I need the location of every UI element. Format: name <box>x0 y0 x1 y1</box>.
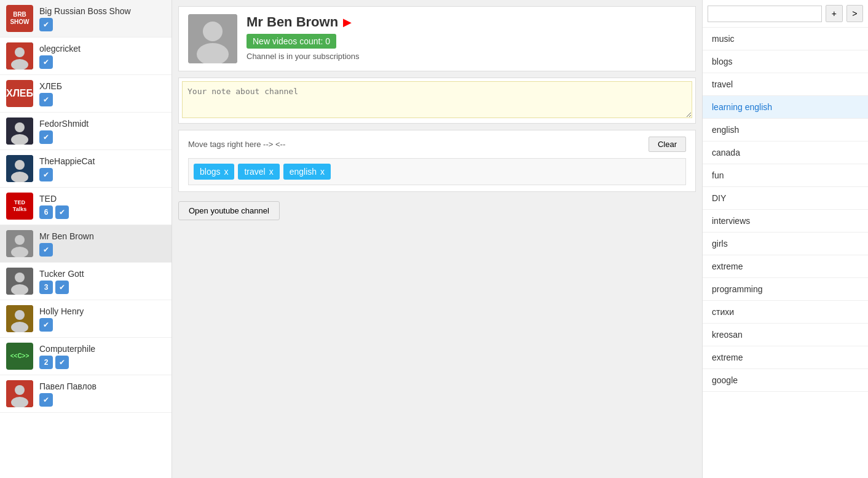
svg-point-22 <box>203 22 223 41</box>
svg-point-4 <box>15 122 25 132</box>
open-channel-button[interactable]: Open youtube channel <box>178 201 280 220</box>
badge-check-ted[interactable]: ✔ <box>55 205 69 219</box>
tag-remove-blogs[interactable]: x <box>224 167 228 176</box>
sidebar-item-oleg[interactable]: olegcricket✔ <box>0 38 172 75</box>
right-tag-girls[interactable]: girls <box>703 233 868 255</box>
channel-badges-brb: ✔ <box>39 18 165 31</box>
channel-name-ted: TED <box>39 194 165 204</box>
tag-pill-english: englishx <box>283 164 331 180</box>
svg-point-13 <box>15 273 25 282</box>
right-tag-learning-english[interactable]: learning english <box>703 96 868 119</box>
open-channel-section: Open youtube channel <box>178 198 696 220</box>
sidebar-item-holly[interactable]: Holly Henry✔ <box>0 300 172 338</box>
channel-avatar-hleb: ХЛЕБ <box>6 80 33 107</box>
channel-info-pavel: Павел Павлов✔ <box>39 381 165 407</box>
sidebar-item-thappie[interactable]: TheHappieCat✔ <box>0 150 172 188</box>
tags-header-row: Move tags right here --> <-- Clear <box>188 137 686 152</box>
channel-sidebar: BRB SHOWBig Russian Boss Show✔olegcricke… <box>0 0 172 478</box>
subscription-text: Channel is in your subscriptions <box>247 52 686 61</box>
add-tag-button[interactable]: + <box>826 5 843 22</box>
channel-name-hleb: ХЛЕБ <box>39 81 165 91</box>
tag-search-input[interactable] <box>708 6 822 22</box>
channel-info-computerphile: Computerphile2✔ <box>39 344 165 369</box>
channel-avatar-tucker <box>6 268 33 295</box>
channel-avatar-pavel <box>6 380 33 407</box>
badge-check-fedor[interactable]: ✔ <box>39 130 53 144</box>
badge-count-ted: 6 <box>39 205 53 219</box>
right-tag-english[interactable]: english <box>703 119 868 141</box>
sidebar-item-ted[interactable]: TED TalksTED6✔ <box>0 188 172 225</box>
channel-info-mrbrown: Mr Ben Brown✔ <box>39 231 165 257</box>
right-panel: + > musicblogstravellearning englishengl… <box>702 0 868 478</box>
right-tag-стихи[interactable]: стихи <box>703 301 868 324</box>
clear-button[interactable]: Clear <box>649 137 686 152</box>
badge-check-holly[interactable]: ✔ <box>39 318 53 332</box>
badge-check-thappie[interactable]: ✔ <box>39 168 53 181</box>
note-textarea[interactable] <box>182 81 692 118</box>
nav-next-button[interactable]: > <box>846 5 864 22</box>
channel-name-oleg: olegcricket <box>39 44 165 54</box>
channel-header-info: Mr Ben Brown ▶ New videos count: 0 Chann… <box>247 14 686 61</box>
badge-count-tucker: 3 <box>39 281 53 294</box>
badge-check-pavel[interactable]: ✔ <box>39 393 53 407</box>
tag-label-travel: travel <box>244 167 265 177</box>
sidebar-item-fedor[interactable]: FedorShmidt✔ <box>0 113 172 150</box>
channel-avatar-thappie <box>6 155 33 182</box>
channel-avatar-mrbrown <box>6 230 33 257</box>
channel-name-tucker: Tucker Gott <box>39 269 165 279</box>
right-tag-fun[interactable]: fun <box>703 164 868 187</box>
channel-header-avatar <box>188 14 237 63</box>
right-tag-travel[interactable]: travel <box>703 73 868 96</box>
channel-name-thappie: TheHappieCat <box>39 156 165 166</box>
badge-check-computerphile[interactable]: ✔ <box>55 356 69 369</box>
channel-header: Mr Ben Brown ▶ New videos count: 0 Chann… <box>178 6 696 71</box>
svg-point-7 <box>15 160 25 170</box>
badge-check-hleb[interactable]: ✔ <box>39 93 53 106</box>
right-tag-canada[interactable]: canada <box>703 141 868 164</box>
tags-section: Move tags right here --> <-- Clear blogs… <box>178 130 696 192</box>
svg-point-1 <box>15 47 25 57</box>
badge-check-mrbrown[interactable]: ✔ <box>39 243 53 257</box>
tag-remove-english[interactable]: x <box>320 167 325 176</box>
right-tag-extreme[interactable]: extreme <box>703 346 868 369</box>
right-tag-kreosan[interactable]: kreosan <box>703 324 868 346</box>
tag-remove-travel[interactable]: x <box>269 167 274 176</box>
sidebar-item-computerphile[interactable]: <<C>>Computerphile2✔ <box>0 338 172 375</box>
right-tag-DIY[interactable]: DIY <box>703 187 868 210</box>
right-panel-top: + > <box>703 0 868 28</box>
right-tag-music[interactable]: music <box>703 28 868 50</box>
right-tag-interviews[interactable]: interviews <box>703 210 868 233</box>
svg-point-16 <box>15 310 25 320</box>
youtube-icon: ▶ <box>343 15 352 29</box>
sidebar-item-hleb[interactable]: ХЛЕБХЛЕБ✔ <box>0 75 172 113</box>
main-content: Mr Ben Brown ▶ New videos count: 0 Chann… <box>172 0 702 478</box>
sidebar-item-brb[interactable]: BRB SHOWBig Russian Boss Show✔ <box>0 0 172 38</box>
channel-info-thappie: TheHappieCat✔ <box>39 156 165 181</box>
channel-name-holly: Holly Henry <box>39 306 165 316</box>
channel-info-tucker: Tucker Gott3✔ <box>39 269 165 294</box>
right-tag-google[interactable]: google <box>703 369 868 392</box>
sidebar-item-mrbrown[interactable]: Mr Ben Brown✔ <box>0 225 172 263</box>
channel-info-ted: TED6✔ <box>39 194 165 219</box>
channel-badges-mrbrown: ✔ <box>39 243 165 257</box>
channel-badges-pavel: ✔ <box>39 393 165 407</box>
badge-count-computerphile: 2 <box>39 356 53 369</box>
channel-avatar-fedor <box>6 118 33 145</box>
sidebar-item-pavel[interactable]: Павел Павлов✔ <box>0 375 172 413</box>
right-tag-programming[interactable]: programming <box>703 278 868 301</box>
tag-pill-travel: travelx <box>238 164 279 180</box>
channel-badges-fedor: ✔ <box>39 130 165 144</box>
channel-badges-tucker: 3✔ <box>39 281 165 294</box>
right-tag-blogs[interactable]: blogs <box>703 50 868 73</box>
svg-point-19 <box>15 385 25 395</box>
channel-badges-thappie: ✔ <box>39 168 165 181</box>
channel-avatar-holly <box>6 305 33 332</box>
channel-info-hleb: ХЛЕБ✔ <box>39 81 165 106</box>
right-tag-extreme[interactable]: extreme <box>703 255 868 278</box>
sidebar-item-tucker[interactable]: Tucker Gott3✔ <box>0 263 172 300</box>
channel-name-brb: Big Russian Boss Show <box>39 6 165 16</box>
channel-avatar-ted: TED Talks <box>6 193 33 220</box>
badge-check-brb[interactable]: ✔ <box>39 18 53 31</box>
badge-check-tucker[interactable]: ✔ <box>55 281 69 294</box>
badge-check-oleg[interactable]: ✔ <box>39 55 53 69</box>
